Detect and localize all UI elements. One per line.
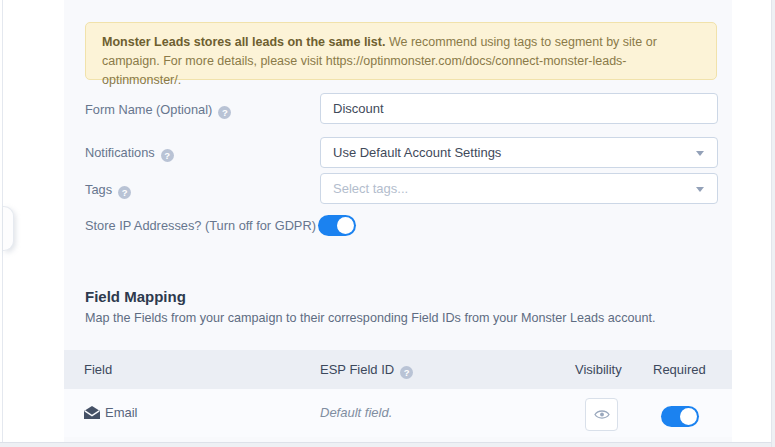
bottom-frame-edge	[0, 442, 775, 447]
column-header-esp-field-id: ESP Field ID?	[320, 362, 413, 379]
notifications-label-text: Notifications	[85, 145, 155, 160]
chevron-down-icon	[696, 187, 704, 192]
scrollbar-track[interactable]	[771, 0, 775, 447]
tags-select[interactable]: Select tags...	[320, 173, 718, 204]
tags-label: Tags?	[85, 182, 131, 199]
sidebar-collapse-handle[interactable]	[3, 206, 14, 251]
toggle-knob	[680, 408, 697, 425]
row-field-name: Email	[105, 405, 138, 420]
tags-label-text: Tags	[85, 182, 112, 197]
form-name-label-text: Form Name (Optional)	[85, 102, 212, 117]
info-banner: Monster Leads stores all leads on the sa…	[85, 22, 717, 80]
info-banner-bold: Monster Leads stores all leads on the sa…	[102, 35, 385, 49]
notifications-select[interactable]: Use Default Account Settings	[320, 137, 718, 168]
field-mapping-table-header: Field ESP Field ID? Visibility Required	[64, 350, 732, 389]
required-toggle[interactable]	[661, 406, 699, 427]
store-ip-label-text: Store IP Addresses? (Turn off for GDPR)	[85, 218, 316, 233]
row-esp-field-id: Default field.	[320, 405, 392, 420]
form-name-input[interactable]	[320, 93, 718, 124]
notifications-selected-value: Use Default Account Settings	[333, 145, 501, 160]
chevron-down-icon	[696, 151, 704, 156]
email-envelope-icon	[84, 406, 100, 419]
help-icon[interactable]: ?	[400, 366, 413, 379]
column-header-required: Required	[653, 362, 706, 377]
help-icon[interactable]: ?	[218, 106, 231, 119]
help-icon[interactable]: ?	[118, 186, 131, 199]
column-header-field: Field	[84, 362, 112, 377]
column-header-visibility: Visibility	[575, 362, 622, 377]
tags-placeholder: Select tags...	[333, 181, 408, 196]
notifications-label: Notifications?	[85, 145, 174, 162]
column-header-esp-field-id-text: ESP Field ID	[320, 362, 394, 377]
help-icon[interactable]: ?	[161, 149, 174, 162]
store-ip-toggle[interactable]	[318, 215, 356, 236]
field-mapping-title: Field Mapping	[85, 288, 186, 305]
table-row-email: Email Default field.	[64, 389, 732, 437]
field-mapping-description: Map the Fields from your campaign to the…	[85, 311, 655, 325]
eye-icon	[594, 409, 610, 420]
settings-page: Monster Leads stores all leads on the sa…	[0, 0, 775, 447]
form-name-label: Form Name (Optional)?	[85, 102, 231, 119]
visibility-button[interactable]	[585, 398, 618, 431]
toggle-knob	[337, 217, 354, 234]
store-ip-label: Store IP Addresses? (Turn off for GDPR)?	[85, 218, 335, 235]
